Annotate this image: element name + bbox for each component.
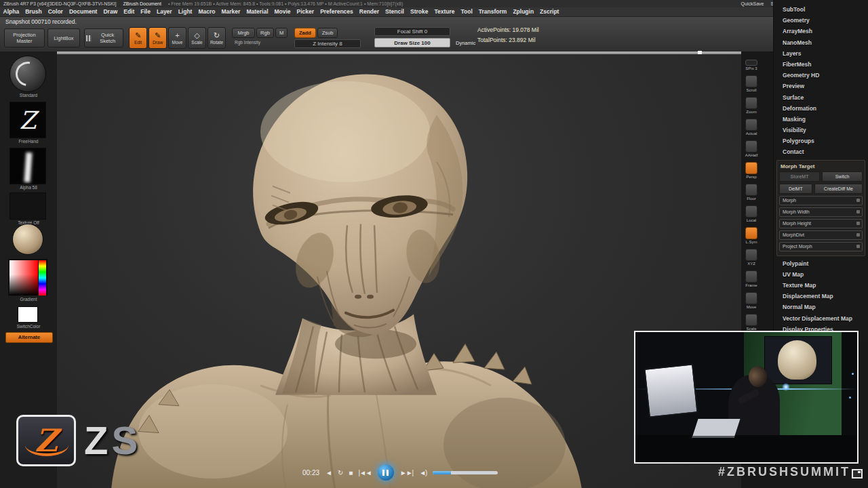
menu-item[interactable]: Edit <box>121 7 138 16</box>
morph-slider[interactable]: Morph Width <box>779 207 863 217</box>
alternate-button[interactable]: Alternate <box>5 332 53 343</box>
shelf-tool-button[interactable]: Local <box>743 205 760 223</box>
shelf-tool-button[interactable]: Scroll <box>743 75 760 93</box>
palette-section[interactable]: Deformation <box>774 103 868 114</box>
palette-section[interactable]: Texture Map <box>774 280 868 291</box>
texture-thumbnail[interactable] <box>9 192 46 220</box>
shelf-tool-button[interactable]: Scale <box>743 314 760 331</box>
menu-item[interactable]: Tool <box>458 7 475 16</box>
shelf-tool-button[interactable]: Move <box>743 292 760 310</box>
quicksave-button[interactable]: QuickSave <box>741 0 764 7</box>
menu-item[interactable]: Stencil <box>382 7 408 16</box>
loop-icon[interactable]: ↻ <box>338 469 342 476</box>
storemt-button[interactable]: StoreMT <box>779 171 820 182</box>
morph-slider[interactable]: MorphDivt <box>779 230 863 240</box>
morph-target-title[interactable]: Morph Target <box>779 163 863 171</box>
palette-section[interactable]: Displacement Map <box>774 291 868 302</box>
menu-item[interactable]: Document <box>66 7 100 16</box>
menu-item[interactable]: Zscript <box>537 7 562 16</box>
draw-size-slider[interactable]: Draw Size 100 <box>374 38 450 47</box>
edit-mode-button[interactable]: ✎ Edit <box>129 27 147 49</box>
shelf-tool-button[interactable]: L.Sym <box>743 227 760 245</box>
menu-item[interactable]: Alpha <box>0 7 22 16</box>
menu-item[interactable]: Material <box>243 7 271 16</box>
morph-slider[interactable]: Morph <box>779 196 863 205</box>
shelf-tool-button[interactable]: Persp <box>743 162 760 180</box>
palette-section[interactable]: Geometry HD <box>774 70 868 81</box>
menu-item[interactable]: File <box>138 7 154 16</box>
shelf-tool-button[interactable]: Frame <box>743 270 760 288</box>
menu-item[interactable]: Transform <box>475 7 510 16</box>
shelf-tool-button[interactable]: SPix 3 <box>743 60 760 71</box>
switchcolor-label[interactable]: SwitchColor <box>0 324 57 329</box>
morph-slider[interactable]: Project Morph <box>779 242 863 251</box>
current-color-swatch[interactable] <box>18 306 38 323</box>
menu-item[interactable]: Picker <box>294 7 317 16</box>
menu-item[interactable]: Macro <box>195 7 218 16</box>
fullscreen-icon[interactable] <box>852 469 863 479</box>
play-pause-button[interactable] <box>378 464 394 481</box>
menu-item[interactable]: Preferences <box>317 7 357 16</box>
lightbox-button[interactable]: LightBox <box>47 28 80 47</box>
shelf-tool-button[interactable]: Floor <box>743 184 760 201</box>
switch-button[interactable]: Switch <box>822 171 863 182</box>
menu-item[interactable]: Color <box>45 7 66 16</box>
palette-section[interactable]: Polygroups <box>774 136 868 146</box>
draw-mode-button[interactable]: ✎ Draw <box>149 27 167 49</box>
palette-section[interactable]: Layers <box>774 48 868 59</box>
palette-section[interactable]: ArrayMesh <box>774 26 868 37</box>
palette-section[interactable]: Visibility <box>774 125 868 136</box>
morph-slider[interactable]: Morph Height <box>779 219 863 228</box>
material-sphere-thumbnail[interactable] <box>12 224 43 255</box>
palette-section[interactable]: Normal Map <box>774 302 868 312</box>
z-intensity-slider[interactable]: Z Intensity 8 <box>294 39 361 48</box>
palette-section[interactable]: Preview <box>774 81 868 92</box>
palette-section[interactable]: Contact <box>774 146 868 157</box>
dynamic-toggle[interactable]: Dynamic <box>456 40 475 46</box>
alpha-thumbnail[interactable] <box>9 148 46 184</box>
m-button[interactable]: M <box>275 28 288 38</box>
menu-item[interactable]: Draw <box>100 7 121 16</box>
shelf-tool-button[interactable]: Actual <box>743 119 760 136</box>
color-picker-hue-strip[interactable] <box>39 260 46 296</box>
scale-mode-button[interactable]: ◇ Scale <box>188 27 206 49</box>
quick-sketch-button[interactable]: Quick Sketch <box>84 28 123 47</box>
move-mode-button[interactable]: + Move <box>168 27 186 49</box>
delmt-button[interactable]: DelMT <box>779 184 812 194</box>
palette-section[interactable]: Surface <box>774 92 868 103</box>
menu-item[interactable]: Layer <box>153 7 175 16</box>
menu-item[interactable]: Stroke <box>407 7 431 16</box>
zsub-button[interactable]: Zsub <box>317 28 338 38</box>
color-picker-gradient[interactable] <box>9 260 38 296</box>
stop-button[interactable]: ■ <box>349 469 352 476</box>
palette-section[interactable]: Polypaint <box>774 258 868 269</box>
menu-item[interactable]: Texture <box>431 7 458 16</box>
menu-item[interactable]: Render <box>356 7 382 16</box>
palette-section[interactable]: Vector Displacement Map <box>774 313 868 324</box>
projection-master-button[interactable]: Projection Master <box>4 28 45 47</box>
palette-section[interactable]: SubTool <box>774 4 868 15</box>
progress-bar[interactable] <box>433 471 498 474</box>
volume-icon[interactable]: ◄) <box>419 469 427 476</box>
skip-forward-button[interactable]: ►►| <box>400 469 413 476</box>
stroke-thumbnail[interactable]: Z <box>9 102 46 138</box>
palette-section[interactable]: Geometry <box>774 15 868 26</box>
rotate-mode-button[interactable]: ↻ Rotate <box>208 27 226 49</box>
mute-icon[interactable]: ◄ <box>326 469 332 476</box>
menu-item[interactable]: Movie <box>271 7 294 16</box>
menu-item[interactable]: Marker <box>218 7 243 16</box>
palette-section[interactable]: UV Map <box>774 269 868 280</box>
shelf-tool-button[interactable]: AAHalf <box>743 140 760 158</box>
color-picker[interactable] <box>8 259 47 296</box>
zadd-button[interactable]: Zadd <box>294 28 316 38</box>
palette-section[interactable]: Masking <box>774 114 868 125</box>
brush-thumbnail[interactable] <box>9 56 46 92</box>
menu-item[interactable]: Brush <box>22 7 45 16</box>
menu-item[interactable]: Light <box>175 7 195 16</box>
palette-section[interactable]: FiberMesh <box>774 59 868 70</box>
palette-section[interactable]: NanoMesh <box>774 37 868 48</box>
creatediff-mesh-button[interactable]: CreateDiff Me <box>814 184 863 194</box>
shelf-tool-button[interactable]: Zoom <box>743 97 760 115</box>
rgb-button[interactable]: Rgb <box>256 28 274 38</box>
mrgb-button[interactable]: Mrgb <box>232 28 255 38</box>
